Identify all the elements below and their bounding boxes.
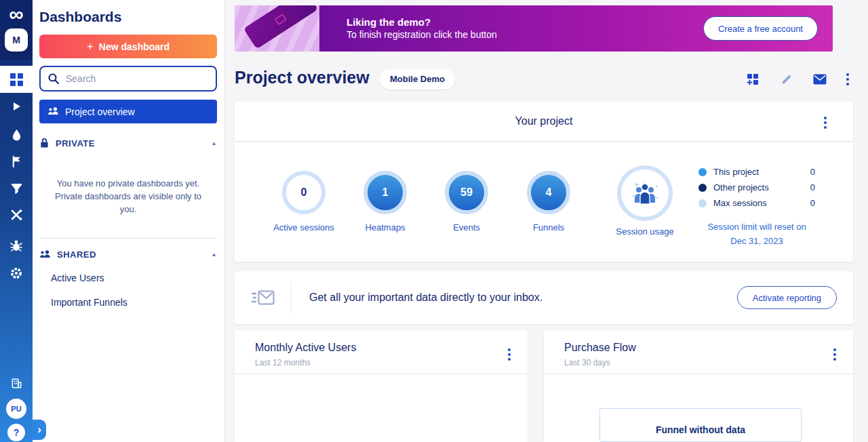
- stat-circle[interactable]: 1: [363, 171, 407, 214]
- legend-value: 0: [810, 198, 815, 208]
- stat-events: 59 Events: [426, 171, 507, 233]
- stat-session-usage: Session usage: [594, 165, 696, 237]
- stat-circle[interactable]: 0: [282, 171, 326, 214]
- stat-label: Heatmaps: [344, 222, 426, 233]
- rail-item-settings[interactable]: [0, 260, 33, 287]
- smartlook-logo-icon[interactable]: ∞: [9, 3, 23, 26]
- shared-section-header[interactable]: SHARED ▲: [39, 247, 217, 261]
- widget-monthly-active-users: Monthly Active Users Last 12 months: [235, 330, 528, 442]
- legend-row: Max sessions 0: [698, 195, 815, 211]
- pencil-icon: [780, 73, 793, 86]
- funnel-empty-label: Funnel without data: [656, 424, 745, 435]
- edit-dashboard-button[interactable]: [776, 70, 795, 89]
- rail-item-paths[interactable]: [0, 201, 33, 228]
- dashboard-search: [39, 66, 217, 92]
- session-usage-legend: This project 0 Other projects 0 Max sess…: [698, 164, 815, 248]
- rail-item-issues[interactable]: [0, 232, 33, 259]
- project-card-menu-button[interactable]: [821, 114, 829, 132]
- sidebar-expand-button[interactable]: ›: [33, 420, 46, 440]
- rail-item-help[interactable]: ?: [0, 419, 33, 442]
- legend-value: 0: [810, 167, 815, 177]
- stat-heatmaps: 1 Heatmaps: [344, 171, 426, 233]
- incoming-mail-icon: [252, 289, 275, 306]
- crossed-arrows-icon: [9, 208, 23, 222]
- caret-up-icon[interactable]: ▲: [212, 252, 217, 258]
- promo-subtitle: To finish registration click the button: [347, 28, 497, 41]
- rail-item-recordings[interactable]: [0, 93, 33, 120]
- new-dashboard-label: New dashboard: [99, 41, 170, 52]
- stat-circle[interactable]: [617, 165, 673, 221]
- private-section-label: PRIVATE: [56, 138, 95, 148]
- panel-title: Dashboards: [39, 9, 121, 25]
- reporting-banner: Get all your important data directly to …: [235, 271, 853, 324]
- stat-label: Events: [426, 222, 507, 233]
- widget-title: Monthly Active Users: [255, 342, 528, 354]
- stat-funnels: 4 Funnels: [508, 171, 589, 233]
- add-widget-icon: [746, 73, 760, 86]
- rail-item-events[interactable]: [0, 148, 33, 175]
- user-avatar[interactable]: PU: [0, 395, 33, 422]
- widget-menu-button[interactable]: [831, 346, 839, 363]
- play-icon: [9, 100, 23, 113]
- caret-up-icon[interactable]: ▲: [212, 140, 217, 146]
- stat-label: Funnels: [508, 222, 589, 233]
- stat-active-sessions: 0 Active sessions: [263, 171, 344, 233]
- lock-icon: [39, 138, 50, 148]
- legend-label: Max sessions: [713, 198, 767, 208]
- stat-circle[interactable]: 59: [445, 171, 488, 214]
- dashboard-menu-button[interactable]: [844, 71, 852, 88]
- envelope-icon: [813, 74, 827, 85]
- flag-icon: [10, 155, 23, 168]
- chevron-right-icon: ›: [37, 423, 41, 437]
- workspace-avatar[interactable]: M: [5, 28, 28, 52]
- group-icon: [39, 249, 51, 260]
- promo-banner: Liking the demo? To finish registration …: [235, 5, 833, 52]
- rail-item-funnels[interactable]: [0, 175, 33, 202]
- project-card-title: Your project: [235, 102, 853, 141]
- panel-divider: [39, 238, 217, 239]
- dashboards-panel: Dashboards + New dashboard Project overv…: [33, 0, 225, 442]
- page-title: Project overview: [235, 68, 370, 87]
- funnel-icon: [10, 182, 23, 195]
- reporting-text: Get all your important data directly to …: [309, 292, 542, 304]
- promo-main: Liking the demo? To finish registration …: [319, 5, 833, 52]
- legend-row: Other projects 0: [698, 180, 815, 195]
- heatmap-drop-icon: [10, 128, 23, 141]
- card-divider: [235, 374, 528, 374]
- email-report-button[interactable]: [810, 70, 829, 89]
- sidebar-item-active-users[interactable]: Active Users: [51, 273, 207, 283]
- sidebar-item-important-funnels[interactable]: Important Funnels: [51, 297, 207, 308]
- rail-item-dashboards[interactable]: [0, 66, 33, 93]
- search-input[interactable]: [66, 73, 209, 84]
- widget-title: Purchase Flow: [564, 342, 853, 354]
- gear-icon: [9, 266, 23, 280]
- widget-subtitle: Last 12 months: [255, 358, 528, 367]
- rail-top: ∞ M: [0, 0, 33, 60]
- plus-icon: +: [87, 40, 94, 54]
- stat-circle[interactable]: 4: [527, 171, 570, 214]
- legend-row: This project 0: [698, 164, 815, 180]
- app-rail: ∞ M: [0, 0, 33, 442]
- funnel-empty-state: Funnel without data: [599, 408, 802, 442]
- sidebar-item-label: Project overview: [65, 106, 135, 117]
- private-empty-text: You have no private dashboards yet. Priv…: [51, 177, 205, 216]
- create-account-button[interactable]: Create a free account: [703, 16, 818, 41]
- private-section-header[interactable]: PRIVATE ▲: [39, 136, 217, 150]
- promo-artwork: [235, 5, 319, 52]
- add-widget-button[interactable]: [743, 70, 762, 89]
- activate-reporting-button[interactable]: Activate reporting: [737, 286, 837, 309]
- legend-value: 0: [810, 182, 815, 193]
- legend-dot: [698, 199, 707, 207]
- header-actions: [743, 70, 852, 89]
- stat-label: Active sessions: [263, 222, 344, 233]
- rail-item-organization[interactable]: [0, 369, 33, 397]
- help-icon: ?: [7, 424, 25, 441]
- project-badge: Mobile Demo: [380, 69, 455, 89]
- widget-menu-button[interactable]: [505, 346, 513, 363]
- legend-label: Other projects: [713, 182, 769, 193]
- sidebar-item-project-overview[interactable]: Project overview: [39, 100, 217, 123]
- new-dashboard-button[interactable]: + New dashboard: [39, 35, 217, 58]
- report-icon-zone: [235, 282, 292, 313]
- rail-item-heatmaps[interactable]: [0, 121, 33, 148]
- card-divider: [235, 141, 853, 142]
